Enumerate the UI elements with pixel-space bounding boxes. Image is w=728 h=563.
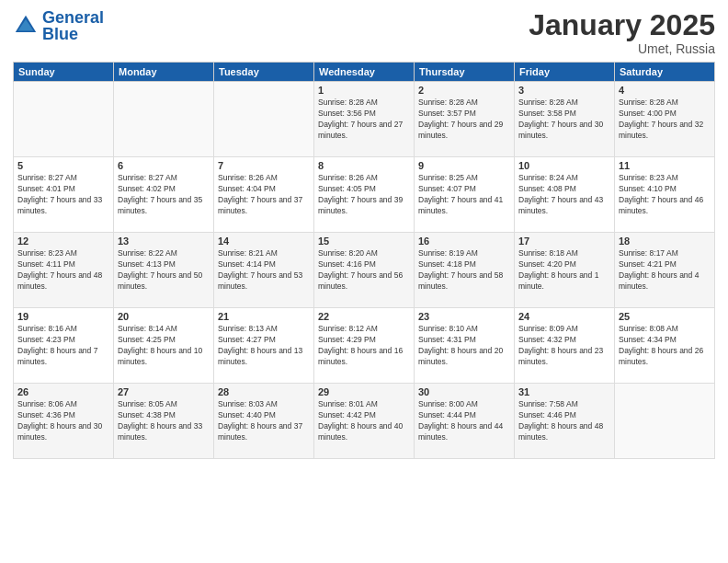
day-number: 9 <box>418 160 510 171</box>
week-row-2: 5 Sunrise: 8:27 AM Sunset: 4:01 PM Dayli… <box>14 157 715 233</box>
day-cell: 8 Sunrise: 8:26 AM Sunset: 4:05 PM Dayli… <box>314 157 415 233</box>
day-info: Sunrise: 8:23 AM Sunset: 4:10 PM Dayligh… <box>619 173 711 217</box>
sunrise-text: Sunrise: 8:27 AM <box>118 173 210 184</box>
sunrise-text: Sunrise: 8:14 AM <box>118 324 210 335</box>
week-row-5: 26 Sunrise: 8:06 AM Sunset: 4:36 PM Dayl… <box>14 384 715 459</box>
day-info: Sunrise: 8:28 AM Sunset: 3:58 PM Dayligh… <box>518 98 610 142</box>
header-thursday: Thursday <box>415 63 515 82</box>
day-cell: 6 Sunrise: 8:27 AM Sunset: 4:02 PM Dayli… <box>114 157 214 233</box>
day-cell: 9 Sunrise: 8:25 AM Sunset: 4:07 PM Dayli… <box>415 157 515 233</box>
daylight-text: Daylight: 7 hours and 39 minutes. <box>318 195 410 217</box>
sunset-text: Sunset: 3:58 PM <box>518 109 610 120</box>
sunset-text: Sunset: 4:05 PM <box>318 184 410 195</box>
sunset-text: Sunset: 3:57 PM <box>418 109 510 120</box>
sunset-text: Sunset: 4:38 PM <box>118 410 210 421</box>
day-info: Sunrise: 8:28 AM Sunset: 3:57 PM Dayligh… <box>418 98 510 142</box>
day-number: 7 <box>218 160 310 171</box>
daylight-text: Daylight: 7 hours and 37 minutes. <box>218 195 310 217</box>
sunrise-text: Sunrise: 8:16 AM <box>17 324 109 335</box>
day-info: Sunrise: 8:17 AM Sunset: 4:21 PM Dayligh… <box>619 248 711 293</box>
sunset-text: Sunset: 4:32 PM <box>518 335 610 346</box>
day-number: 8 <box>318 160 410 171</box>
day-cell: 23 Sunrise: 8:10 AM Sunset: 4:31 PM Dayl… <box>415 308 515 384</box>
day-info: Sunrise: 8:14 AM Sunset: 4:25 PM Dayligh… <box>118 324 210 368</box>
day-cell: 29 Sunrise: 8:01 AM Sunset: 4:42 PM Dayl… <box>314 384 415 459</box>
day-cell: 4 Sunrise: 8:28 AM Sunset: 4:00 PM Dayli… <box>615 82 715 157</box>
day-info: Sunrise: 8:06 AM Sunset: 4:36 PM Dayligh… <box>17 399 109 443</box>
daylight-text: Daylight: 8 hours and 4 minutes. <box>619 270 711 293</box>
sunset-text: Sunset: 4:20 PM <box>518 259 610 270</box>
sunrise-text: Sunrise: 8:19 AM <box>418 248 510 259</box>
sunrise-text: Sunrise: 8:23 AM <box>619 173 711 184</box>
day-info: Sunrise: 8:05 AM Sunset: 4:38 PM Dayligh… <box>118 399 210 443</box>
day-info: Sunrise: 8:13 AM Sunset: 4:27 PM Dayligh… <box>218 324 310 368</box>
day-number: 18 <box>619 236 711 247</box>
day-cell: 22 Sunrise: 8:12 AM Sunset: 4:29 PM Dayl… <box>314 308 415 384</box>
daylight-text: Daylight: 8 hours and 1 minute. <box>518 270 610 293</box>
sunset-text: Sunset: 4:07 PM <box>418 184 510 195</box>
sunset-text: Sunset: 4:25 PM <box>118 335 210 346</box>
day-cell <box>615 384 715 459</box>
sunset-text: Sunset: 4:42 PM <box>318 410 410 421</box>
daylight-text: Daylight: 8 hours and 40 minutes. <box>318 421 410 443</box>
day-number: 23 <box>418 311 510 322</box>
sunset-text: Sunset: 3:56 PM <box>318 109 410 120</box>
header-saturday: Saturday <box>615 63 715 82</box>
day-cell: 13 Sunrise: 8:22 AM Sunset: 4:13 PM Dayl… <box>114 233 214 308</box>
sunset-text: Sunset: 4:02 PM <box>118 184 210 195</box>
week-row-3: 12 Sunrise: 8:23 AM Sunset: 4:11 PM Dayl… <box>14 233 715 308</box>
day-number: 26 <box>17 386 109 397</box>
day-info: Sunrise: 8:08 AM Sunset: 4:34 PM Dayligh… <box>619 324 711 368</box>
sunrise-text: Sunrise: 8:12 AM <box>318 324 410 335</box>
day-info: Sunrise: 8:16 AM Sunset: 4:23 PM Dayligh… <box>17 324 109 368</box>
day-info: Sunrise: 8:10 AM Sunset: 4:31 PM Dayligh… <box>418 324 510 368</box>
sunset-text: Sunset: 4:27 PM <box>218 335 310 346</box>
day-cell: 1 Sunrise: 8:28 AM Sunset: 3:56 PM Dayli… <box>314 82 415 157</box>
sunrise-text: Sunrise: 7:58 AM <box>518 399 610 410</box>
header-tuesday: Tuesday <box>214 63 314 82</box>
day-cell: 24 Sunrise: 8:09 AM Sunset: 4:32 PM Dayl… <box>515 308 615 384</box>
sunrise-text: Sunrise: 8:18 AM <box>518 248 610 259</box>
daylight-text: Daylight: 8 hours and 44 minutes. <box>418 421 510 443</box>
sunrise-text: Sunrise: 8:22 AM <box>118 248 210 259</box>
day-info: Sunrise: 8:26 AM Sunset: 4:04 PM Dayligh… <box>218 173 310 217</box>
daylight-text: Daylight: 7 hours and 43 minutes. <box>518 195 610 217</box>
sunset-text: Sunset: 4:36 PM <box>17 410 109 421</box>
day-number: 25 <box>619 311 711 322</box>
sunset-text: Sunset: 4:01 PM <box>17 184 109 195</box>
sunset-text: Sunset: 4:14 PM <box>218 259 310 270</box>
day-number: 5 <box>17 160 109 171</box>
sunrise-text: Sunrise: 8:17 AM <box>619 248 711 259</box>
daylight-text: Daylight: 8 hours and 26 minutes. <box>619 346 711 368</box>
day-cell: 25 Sunrise: 8:08 AM Sunset: 4:34 PM Dayl… <box>615 308 715 384</box>
day-number: 29 <box>318 386 410 397</box>
sunrise-text: Sunrise: 8:08 AM <box>619 324 711 335</box>
sunrise-text: Sunrise: 8:00 AM <box>418 399 510 410</box>
day-info: Sunrise: 8:12 AM Sunset: 4:29 PM Dayligh… <box>318 324 410 368</box>
day-number: 27 <box>118 386 210 397</box>
day-info: Sunrise: 8:24 AM Sunset: 4:08 PM Dayligh… <box>518 173 610 217</box>
page: General Blue January 2025 Umet, Russia S… <box>0 0 728 563</box>
day-cell: 10 Sunrise: 8:24 AM Sunset: 4:08 PM Dayl… <box>515 157 615 233</box>
daylight-text: Daylight: 7 hours and 30 minutes. <box>518 120 610 142</box>
day-number: 12 <box>17 236 109 247</box>
header-friday: Friday <box>515 63 615 82</box>
day-info: Sunrise: 8:00 AM Sunset: 4:44 PM Dayligh… <box>418 399 510 443</box>
day-number: 3 <box>518 85 610 96</box>
daylight-text: Daylight: 7 hours and 53 minutes. <box>218 270 310 293</box>
sunset-text: Sunset: 4:13 PM <box>118 259 210 270</box>
daylight-text: Daylight: 8 hours and 7 minutes. <box>17 346 109 368</box>
day-info: Sunrise: 8:27 AM Sunset: 4:01 PM Dayligh… <box>17 173 109 217</box>
day-cell: 17 Sunrise: 8:18 AM Sunset: 4:20 PM Dayl… <box>515 233 615 308</box>
day-info: Sunrise: 8:25 AM Sunset: 4:07 PM Dayligh… <box>418 173 510 217</box>
sunset-text: Sunset: 4:23 PM <box>17 335 109 346</box>
month-title: January 2025 <box>529 9 715 41</box>
daylight-text: Daylight: 7 hours and 29 minutes. <box>418 120 510 142</box>
daylight-text: Daylight: 8 hours and 13 minutes. <box>218 346 310 368</box>
sunrise-text: Sunrise: 8:21 AM <box>218 248 310 259</box>
sunset-text: Sunset: 4:10 PM <box>619 184 711 195</box>
day-info: Sunrise: 8:21 AM Sunset: 4:14 PM Dayligh… <box>218 248 310 293</box>
day-cell: 26 Sunrise: 8:06 AM Sunset: 4:36 PM Dayl… <box>14 384 114 459</box>
week-row-4: 19 Sunrise: 8:16 AM Sunset: 4:23 PM Dayl… <box>14 308 715 384</box>
day-cell: 7 Sunrise: 8:26 AM Sunset: 4:04 PM Dayli… <box>214 157 314 233</box>
